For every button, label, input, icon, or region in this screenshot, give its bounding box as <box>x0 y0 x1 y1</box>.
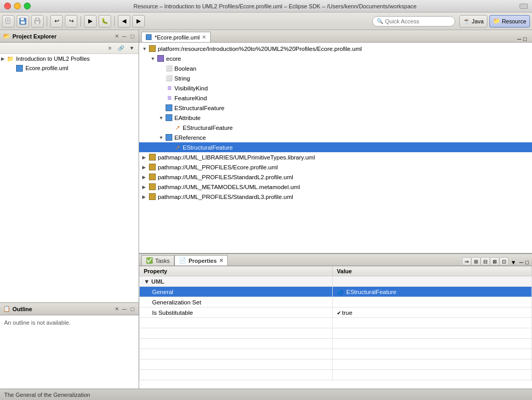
editor-tree-item-14[interactable]: ▶pathmap://UML_METAMODELS/UML.metamodel.… <box>139 182 532 192</box>
window-resize-control[interactable] <box>520 4 528 9</box>
outline-close-icon[interactable]: ✕ <box>115 306 119 312</box>
tree-node-icon-2: ⬜ <box>165 64 173 73</box>
search-input[interactable] <box>385 18 451 24</box>
maximize-button[interactable] <box>24 3 31 9</box>
outline-maximize-button[interactable]: □ <box>130 305 135 313</box>
editor-tree-item-0[interactable]: ▼platform:/resource/Introduction%20to%20… <box>139 44 532 54</box>
editor-tree-item-1[interactable]: ▼ ecore <box>139 54 532 63</box>
prop-section-row-0[interactable]: ▼ UML <box>140 276 532 287</box>
prop-empty-row-1 <box>140 328 532 339</box>
explorer-close-icon[interactable]: ✕ <box>115 33 119 39</box>
bottom-minimize-btn[interactable]: ─ <box>519 259 525 265</box>
tree-arrow-2 <box>159 66 165 71</box>
explorer-maximize-button[interactable]: □ <box>130 33 135 40</box>
props-btn-1[interactable]: ⇒ <box>462 257 471 265</box>
prop-normal-row-3[interactable]: Is Substitutable✔true <box>140 308 532 318</box>
bottom-maximize-btn[interactable]: □ <box>524 259 530 265</box>
tasks-tab[interactable]: ✅ Tasks <box>141 255 174 265</box>
run-button[interactable]: ▶ <box>84 15 97 28</box>
resource-perspective-button[interactable]: 📁 Resource <box>489 15 530 28</box>
tree-node-icon-0 <box>148 45 157 53</box>
props-btn-4[interactable]: ⊠ <box>490 257 499 265</box>
file-icon <box>16 64 24 72</box>
props-expand-btn[interactable]: ▼ <box>509 259 519 265</box>
tree-node-label-11: pathmap://UML_LIBRARIES/UMLPrimitiveType… <box>158 154 315 161</box>
tree-arrow-11[interactable]: ▶ <box>142 155 148 160</box>
tree-arrow-13[interactable]: ▶ <box>142 175 148 180</box>
editor-tree-item-13[interactable]: ▶pathmap://UML_PROFILES/StandardL2.profi… <box>139 172 532 182</box>
tree-arrow-7[interactable]: ▼ <box>159 115 165 121</box>
editor-tree-item-11[interactable]: ▶pathmap://UML_LIBRARIES/UMLPrimitiveTyp… <box>139 152 532 162</box>
quick-access-search[interactable]: 🔍 <box>372 16 455 26</box>
save-button[interactable] <box>17 15 29 28</box>
props-btn-5[interactable]: ⊡ <box>499 257 509 265</box>
editor-area-minimize[interactable]: ─ <box>516 36 523 42</box>
debug-button[interactable]: 🐛 <box>99 15 111 28</box>
print-button[interactable] <box>31 15 44 28</box>
editor-tree-item-7[interactable]: ▼ EAttribute <box>139 113 532 123</box>
window-controls[interactable] <box>4 3 31 9</box>
editor-tree-item-6[interactable]: EStructuralFeature <box>139 103 532 113</box>
editor-tab-ecore[interactable]: *Ecore.profile.uml ✕ <box>141 32 211 42</box>
prop-empty-row-3 <box>140 349 532 359</box>
outline-minimize-button[interactable]: ─ <box>121 305 128 313</box>
explorer-tree-root[interactable]: ▶ 📁 Introduction to UML2 Profiles <box>0 54 139 63</box>
left-panel: 📂 Project Explorer ✕ ─ □ ≡ 🔗 ▼ ▶ 📁 Intro… <box>0 30 139 389</box>
explorer-menu-button[interactable]: ▼ <box>127 44 137 52</box>
editor-tree-item-5[interactable]: ≣ FeatureKind <box>139 93 532 103</box>
explorer-minimize-button[interactable]: ─ <box>121 33 128 40</box>
editor-tree-item-12[interactable]: ▶pathmap://UML_PROFILES/Ecore.profile.um… <box>139 162 532 172</box>
editor-area: *Ecore.profile.uml ✕ ─ □ ▼platform:/reso… <box>139 30 532 254</box>
close-button[interactable] <box>4 3 11 9</box>
props-btn-2[interactable]: ⊞ <box>471 257 481 265</box>
tree-node-icon-9 <box>165 134 173 142</box>
editor-tree-item-10[interactable]: ↗ EStructuralFeature <box>139 142 532 152</box>
tree-arrow-9[interactable]: ▼ <box>159 135 165 140</box>
svg-rect-8 <box>36 18 39 20</box>
editor-tree-item-9[interactable]: ▼ EReference <box>139 132 532 142</box>
editor-tree-item-4[interactable]: ≣ VisibilityKind <box>139 83 532 93</box>
prop-empty-value-0 <box>333 318 532 328</box>
link-editor-button[interactable]: 🔗 <box>116 44 126 52</box>
java-perspective-button[interactable]: ☕ Java <box>459 15 487 28</box>
tree-node-icon-5: ≣ <box>165 94 173 102</box>
editor-tree-item-8[interactable]: ↗ EStructuralFeature <box>139 123 532 132</box>
minimize-button[interactable] <box>14 3 21 9</box>
forward-button[interactable]: ▶ <box>132 15 145 28</box>
tree-node-label-0: platform:/resource/Introduction%20to%20U… <box>158 46 362 52</box>
tree-arrow-0[interactable]: ▼ <box>142 46 148 51</box>
editor-tree-item-15[interactable]: ▶pathmap://UML_PROFILES/StandardL3.profi… <box>139 192 532 202</box>
bottom-tab-bar: ✅ Tasks 📄 Properties ✕ ⇒ ⊞ ⊟ ⊠ ⊡ ▼ ─ □ <box>139 254 532 266</box>
properties-tab-close[interactable]: ✕ <box>219 258 223 263</box>
explorer-tree: ▶ 📁 Introduction to UML2 Profiles Ecore.… <box>0 54 139 302</box>
new-button[interactable] <box>2 15 15 28</box>
java-icon: ☕ <box>463 18 470 24</box>
prop-empty-label-5 <box>140 370 333 380</box>
editor-tab-close[interactable]: ✕ <box>202 34 206 40</box>
properties-tab[interactable]: 📄 Properties ✕ <box>174 255 227 265</box>
redo-button[interactable]: ↪ <box>65 15 77 28</box>
tree-arrow-15[interactable]: ▶ <box>142 194 148 199</box>
tree-arrow-12[interactable]: ▶ <box>142 165 148 170</box>
status-text: The General of the Generalization <box>4 392 90 398</box>
svg-rect-6 <box>21 21 25 24</box>
explorer-tree-file[interactable]: Ecore.profile.uml <box>0 63 139 73</box>
editor-tree-item-3[interactable]: ⬜ String <box>139 73 532 83</box>
tree-node-icon-8: ↗ <box>173 124 182 132</box>
editor-area-maximize[interactable]: □ <box>522 36 528 42</box>
prop-label-3: Is Substitutable <box>140 308 333 318</box>
root-arrow[interactable]: ▶ <box>1 56 6 61</box>
outline-content: An outline is not available. <box>0 315 139 389</box>
collapse-all-button[interactable]: ≡ <box>105 44 115 52</box>
prop-selected-row-1[interactable]: General🔵 EStructuralFeature <box>140 287 532 297</box>
props-btn-3[interactable]: ⊟ <box>481 257 490 265</box>
prop-normal-row-2[interactable]: Generalization Set <box>140 297 532 308</box>
tree-arrow-14[interactable]: ▶ <box>142 184 148 190</box>
prop-empty-row-0 <box>140 318 532 328</box>
prop-section-label-0: ▼ UML <box>140 276 333 287</box>
editor-tree-item-2[interactable]: ⬜ Boolean <box>139 63 532 73</box>
tab-file-icon <box>146 34 153 41</box>
back-button[interactable]: ◀ <box>118 15 130 28</box>
tree-arrow-1[interactable]: ▼ <box>151 56 157 61</box>
undo-button[interactable]: ↩ <box>50 15 63 28</box>
